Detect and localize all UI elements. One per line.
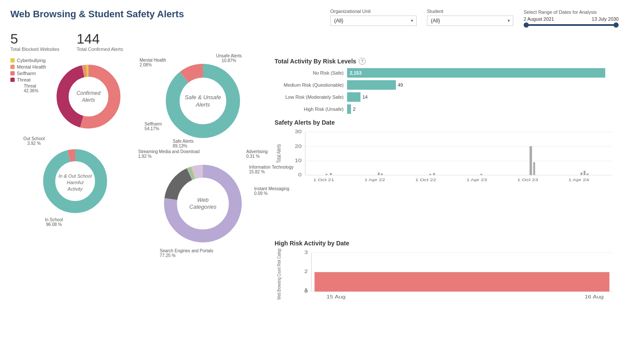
- dashboard-page: Web Browsing & Student Safety Alerts Org…: [0, 0, 629, 364]
- selfharm-label: Selfharm: [17, 71, 36, 76]
- svg-rect-60: [315, 272, 610, 292]
- low-risk-bar: [347, 92, 360, 102]
- slider-fill: [524, 24, 619, 26]
- svg-text:2: 2: [304, 269, 308, 274]
- blocked-label: Total Blocked Websites: [10, 47, 60, 52]
- svg-text:Categories: Categories: [190, 204, 217, 210]
- date-start: 2 August 2021: [524, 16, 554, 22]
- bar-row-no-risk: No Risk (Safe) 2,153: [275, 68, 619, 78]
- high-risk-chart: 3 2 1 0 Web Browsing Count Risk Category: [275, 248, 619, 304]
- svg-text:16 Aug: 16 Aug: [585, 295, 604, 299]
- svg-text:Safe & Unsafe: Safe & Unsafe: [185, 94, 221, 100]
- no-risk-value: 2,153: [350, 70, 362, 75]
- svg-point-11: [173, 71, 233, 131]
- help-icon[interactable]: ?: [359, 58, 366, 65]
- no-risk-bar: 2,153: [347, 68, 605, 78]
- org-unit-select[interactable]: (All): [330, 16, 417, 26]
- slider-thumb-left[interactable]: [524, 22, 529, 28]
- svg-text:1 Apr 23: 1 Apr 23: [466, 178, 487, 182]
- svg-text:Web: Web: [197, 197, 209, 203]
- svg-rect-48: [581, 173, 582, 175]
- slider-thumb-right[interactable]: [613, 22, 619, 28]
- cyberbullying-label: Cyberbullying: [17, 58, 46, 63]
- svg-rect-44: [433, 173, 435, 175]
- svg-rect-42: [381, 173, 382, 175]
- svg-text:Total Alerts: Total Alerts: [276, 144, 282, 163]
- date-end: 13 July 2030: [592, 16, 619, 22]
- svg-rect-41: [378, 173, 379, 175]
- high-risk-title: High Risk Activity by Date: [275, 240, 619, 247]
- safe-unsafe-section: Unsafe Alerts10.87% Safe & Unsafe Alerts…: [138, 58, 268, 144]
- org-unit-label: Organizational Unit: [330, 9, 417, 14]
- mental-health-dot: [10, 65, 15, 69]
- student-label: Student: [427, 9, 513, 14]
- svg-text:10: 10: [295, 158, 302, 163]
- search-engines-label: Search Engines and Portals77.25 %: [160, 248, 213, 258]
- header: Web Browsing & Student Safety Alerts Org…: [10, 9, 619, 26]
- page-title: Web Browsing & Student Safety Alerts: [10, 9, 184, 20]
- safe-alerts-label: Safe Alerts89.13%: [173, 139, 193, 148]
- bar-row-medium-risk: Medium Risk (Questionable) 49: [275, 80, 619, 90]
- threat-label: Threat: [17, 77, 31, 82]
- bar-row-high-risk: High Risk (Unsafe) 2: [275, 104, 619, 114]
- svg-text:0: 0: [304, 289, 308, 294]
- no-risk-label: No Risk (Safe): [275, 70, 344, 75]
- safety-alerts-title: Safety Alerts by Date: [275, 119, 619, 126]
- org-unit-select-wrapper[interactable]: (All): [330, 16, 417, 26]
- svg-text:3: 3: [304, 250, 308, 255]
- legend-mental-health: Mental Health: [10, 64, 46, 69]
- high-risk-value: 2: [353, 107, 355, 112]
- high-risk-section: High Risk Activity by Date 3 2 1 0 Web B…: [275, 240, 619, 355]
- date-range-label: Select Range of Dates for Analysis: [524, 9, 619, 15]
- out-school-label: Out School3.92 %: [23, 136, 44, 146]
- svg-text:1 Oct 21: 1 Oct 21: [313, 178, 334, 182]
- svg-text:Alerts: Alerts: [195, 101, 210, 108]
- confirmed-alerts-section: Cyberbullying Mental Health Selfharm: [10, 58, 131, 135]
- main-content: Cyberbullying Mental Health Selfharm: [10, 58, 619, 355]
- date-slider-track[interactable]: [524, 24, 619, 26]
- svg-rect-45: [480, 174, 482, 175]
- safety-alerts-section: Safety Alerts by Date 30 20 10 0 Total A…: [275, 119, 619, 235]
- date-range-values: 2 August 2021 13 July 2030: [524, 16, 619, 22]
- unsafe-alerts-label: Unsafe Alerts10.87%: [216, 53, 242, 63]
- svg-text:30: 30: [295, 129, 302, 134]
- student-control: Student (All): [427, 9, 513, 26]
- high-risk-bar: [347, 104, 351, 114]
- medium-risk-label: Medium Risk (Questionable): [275, 82, 344, 88]
- confirmed-alerts-svg: Confirmed Alerts: [50, 58, 127, 135]
- blocked-websites-stat: 5 Total Blocked Websites: [10, 32, 60, 52]
- web-categories-svg: Web Categories: [155, 156, 250, 251]
- school-activity-svg: In & Out School Harmful Activity: [36, 142, 114, 220]
- risk-levels-title: Total Activity By Risk Levels ?: [275, 58, 619, 65]
- svg-text:0: 0: [298, 173, 302, 177]
- legend-cyberbullying: Cyberbullying: [10, 58, 46, 63]
- svg-rect-43: [430, 174, 431, 175]
- bar-row-low-risk: Low Risk (Moderately Safe) 14: [275, 92, 619, 102]
- safe-unsafe-donut: Unsafe Alerts10.87% Safe & Unsafe Alerts…: [160, 58, 246, 144]
- svg-text:In & Out School: In & Out School: [58, 173, 92, 179]
- low-risk-label: Low Risk (Moderately Safe): [275, 94, 344, 100]
- confirmed-alerts-donut: Confirmed Alerts Mental Health2.08% Self…: [50, 58, 127, 135]
- safe-unsafe-svg: Safe & Unsafe Alerts: [160, 58, 246, 144]
- student-select-wrapper[interactable]: (All): [427, 16, 513, 26]
- org-unit-control: Organizational Unit (All): [330, 9, 417, 26]
- threat-pct-label: Threat42.36%: [24, 84, 38, 93]
- web-categories-donut: Streaming Media and Download1.92 % Adver…: [155, 156, 250, 251]
- high-risk-svg: 3 2 1 0 Web Browsing Count Risk Category: [275, 248, 619, 304]
- svg-text:Web Browsing Count Risk Catego: Web Browsing Count Risk Category: [276, 248, 282, 300]
- risk-bar-chart: No Risk (Safe) 2,153 Medium Risk (Questi…: [275, 68, 619, 114]
- svg-text:1 Oct 23: 1 Oct 23: [517, 178, 538, 182]
- student-select[interactable]: (All): [427, 16, 513, 26]
- stats-row: 5 Total Blocked Websites 144 Total Confi…: [10, 30, 619, 53]
- school-activity-section: Out School3.92 % In & Out School Harmful…: [10, 142, 131, 220]
- svg-text:Confirmed: Confirmed: [76, 90, 101, 96]
- in-school-label: In School96.08 %: [45, 217, 63, 227]
- svg-text:Harmful: Harmful: [67, 180, 84, 185]
- mental-health-label: Mental Health: [17, 64, 46, 69]
- svg-rect-40: [330, 173, 332, 175]
- safety-alerts-svg: 30 20 10 0 Total Alerts 1 Oct 21: [275, 128, 619, 188]
- blocked-count: 5: [10, 32, 60, 46]
- low-risk-value: 14: [362, 94, 367, 100]
- confirmed-alerts-legend: Cyberbullying Mental Health Selfharm: [10, 58, 46, 82]
- svg-rect-49: [584, 171, 585, 175]
